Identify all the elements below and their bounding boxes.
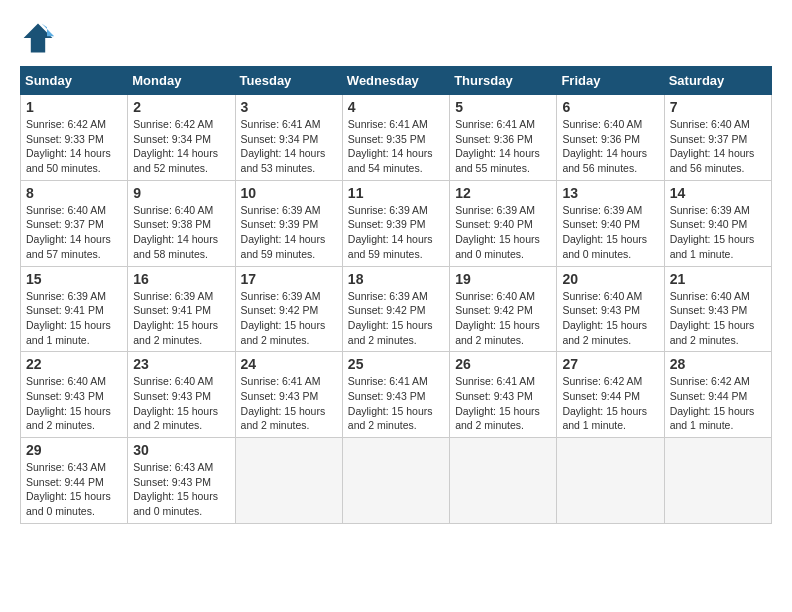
day-info: Sunrise: 6:39 AM Sunset: 9:41 PM Dayligh… xyxy=(133,289,229,348)
calendar-cell: 15Sunrise: 6:39 AM Sunset: 9:41 PM Dayli… xyxy=(21,266,128,352)
day-info: Sunrise: 6:41 AM Sunset: 9:43 PM Dayligh… xyxy=(348,374,444,433)
calendar-week-row: 8Sunrise: 6:40 AM Sunset: 9:37 PM Daylig… xyxy=(21,180,772,266)
logo-icon xyxy=(20,20,56,56)
calendar-cell: 14Sunrise: 6:39 AM Sunset: 9:40 PM Dayli… xyxy=(664,180,771,266)
day-info: Sunrise: 6:40 AM Sunset: 9:36 PM Dayligh… xyxy=(562,117,658,176)
day-number: 2 xyxy=(133,99,229,115)
day-info: Sunrise: 6:40 AM Sunset: 9:43 PM Dayligh… xyxy=(562,289,658,348)
day-number: 6 xyxy=(562,99,658,115)
day-info: Sunrise: 6:40 AM Sunset: 9:43 PM Dayligh… xyxy=(670,289,766,348)
day-info: Sunrise: 6:40 AM Sunset: 9:37 PM Dayligh… xyxy=(670,117,766,176)
calendar-cell: 22Sunrise: 6:40 AM Sunset: 9:43 PM Dayli… xyxy=(21,352,128,438)
day-info: Sunrise: 6:39 AM Sunset: 9:39 PM Dayligh… xyxy=(241,203,337,262)
day-info: Sunrise: 6:42 AM Sunset: 9:44 PM Dayligh… xyxy=(562,374,658,433)
calendar-cell: 28Sunrise: 6:42 AM Sunset: 9:44 PM Dayli… xyxy=(664,352,771,438)
day-number: 5 xyxy=(455,99,551,115)
calendar-cell: 7Sunrise: 6:40 AM Sunset: 9:37 PM Daylig… xyxy=(664,95,771,181)
calendar-cell: 5Sunrise: 6:41 AM Sunset: 9:36 PM Daylig… xyxy=(450,95,557,181)
day-number: 28 xyxy=(670,356,766,372)
day-info: Sunrise: 6:42 AM Sunset: 9:33 PM Dayligh… xyxy=(26,117,122,176)
day-info: Sunrise: 6:40 AM Sunset: 9:37 PM Dayligh… xyxy=(26,203,122,262)
calendar-cell: 9Sunrise: 6:40 AM Sunset: 9:38 PM Daylig… xyxy=(128,180,235,266)
day-number: 26 xyxy=(455,356,551,372)
day-header-friday: Friday xyxy=(557,67,664,95)
calendar-cell: 25Sunrise: 6:41 AM Sunset: 9:43 PM Dayli… xyxy=(342,352,449,438)
calendar-cell: 19Sunrise: 6:40 AM Sunset: 9:42 PM Dayli… xyxy=(450,266,557,352)
calendar-cell: 2Sunrise: 6:42 AM Sunset: 9:34 PM Daylig… xyxy=(128,95,235,181)
day-number: 8 xyxy=(26,185,122,201)
logo xyxy=(20,20,62,56)
day-info: Sunrise: 6:42 AM Sunset: 9:34 PM Dayligh… xyxy=(133,117,229,176)
calendar-cell: 21Sunrise: 6:40 AM Sunset: 9:43 PM Dayli… xyxy=(664,266,771,352)
day-header-saturday: Saturday xyxy=(664,67,771,95)
calendar-header-row: SundayMondayTuesdayWednesdayThursdayFrid… xyxy=(21,67,772,95)
day-info: Sunrise: 6:39 AM Sunset: 9:40 PM Dayligh… xyxy=(562,203,658,262)
calendar-cell: 6Sunrise: 6:40 AM Sunset: 9:36 PM Daylig… xyxy=(557,95,664,181)
calendar-cell xyxy=(664,438,771,524)
day-info: Sunrise: 6:41 AM Sunset: 9:36 PM Dayligh… xyxy=(455,117,551,176)
day-number: 16 xyxy=(133,271,229,287)
svg-marker-0 xyxy=(24,24,53,53)
calendar-cell: 13Sunrise: 6:39 AM Sunset: 9:40 PM Dayli… xyxy=(557,180,664,266)
day-info: Sunrise: 6:41 AM Sunset: 9:35 PM Dayligh… xyxy=(348,117,444,176)
day-number: 27 xyxy=(562,356,658,372)
day-number: 7 xyxy=(670,99,766,115)
calendar-cell: 26Sunrise: 6:41 AM Sunset: 9:43 PM Dayli… xyxy=(450,352,557,438)
day-number: 13 xyxy=(562,185,658,201)
day-number: 3 xyxy=(241,99,337,115)
calendar-cell: 24Sunrise: 6:41 AM Sunset: 9:43 PM Dayli… xyxy=(235,352,342,438)
calendar-cell: 3Sunrise: 6:41 AM Sunset: 9:34 PM Daylig… xyxy=(235,95,342,181)
calendar-cell xyxy=(235,438,342,524)
calendar-table: SundayMondayTuesdayWednesdayThursdayFrid… xyxy=(20,66,772,524)
calendar-week-row: 22Sunrise: 6:40 AM Sunset: 9:43 PM Dayli… xyxy=(21,352,772,438)
day-info: Sunrise: 6:39 AM Sunset: 9:42 PM Dayligh… xyxy=(241,289,337,348)
day-number: 12 xyxy=(455,185,551,201)
calendar-cell: 18Sunrise: 6:39 AM Sunset: 9:42 PM Dayli… xyxy=(342,266,449,352)
day-info: Sunrise: 6:41 AM Sunset: 9:43 PM Dayligh… xyxy=(455,374,551,433)
day-info: Sunrise: 6:42 AM Sunset: 9:44 PM Dayligh… xyxy=(670,374,766,433)
day-number: 25 xyxy=(348,356,444,372)
day-info: Sunrise: 6:39 AM Sunset: 9:40 PM Dayligh… xyxy=(670,203,766,262)
calendar-cell xyxy=(342,438,449,524)
calendar-cell xyxy=(450,438,557,524)
day-number: 29 xyxy=(26,442,122,458)
day-info: Sunrise: 6:41 AM Sunset: 9:34 PM Dayligh… xyxy=(241,117,337,176)
day-number: 30 xyxy=(133,442,229,458)
day-info: Sunrise: 6:41 AM Sunset: 9:43 PM Dayligh… xyxy=(241,374,337,433)
calendar-week-row: 15Sunrise: 6:39 AM Sunset: 9:41 PM Dayli… xyxy=(21,266,772,352)
calendar-cell: 30Sunrise: 6:43 AM Sunset: 9:43 PM Dayli… xyxy=(128,438,235,524)
day-header-sunday: Sunday xyxy=(21,67,128,95)
page-header xyxy=(20,20,772,56)
day-header-monday: Monday xyxy=(128,67,235,95)
calendar-cell: 17Sunrise: 6:39 AM Sunset: 9:42 PM Dayli… xyxy=(235,266,342,352)
calendar-cell: 12Sunrise: 6:39 AM Sunset: 9:40 PM Dayli… xyxy=(450,180,557,266)
day-header-thursday: Thursday xyxy=(450,67,557,95)
calendar-cell: 29Sunrise: 6:43 AM Sunset: 9:44 PM Dayli… xyxy=(21,438,128,524)
calendar-cell: 16Sunrise: 6:39 AM Sunset: 9:41 PM Dayli… xyxy=(128,266,235,352)
day-info: Sunrise: 6:39 AM Sunset: 9:41 PM Dayligh… xyxy=(26,289,122,348)
day-number: 21 xyxy=(670,271,766,287)
day-header-wednesday: Wednesday xyxy=(342,67,449,95)
calendar-cell xyxy=(557,438,664,524)
day-header-tuesday: Tuesday xyxy=(235,67,342,95)
day-number: 20 xyxy=(562,271,658,287)
calendar-cell: 10Sunrise: 6:39 AM Sunset: 9:39 PM Dayli… xyxy=(235,180,342,266)
day-number: 11 xyxy=(348,185,444,201)
day-info: Sunrise: 6:39 AM Sunset: 9:39 PM Dayligh… xyxy=(348,203,444,262)
day-number: 22 xyxy=(26,356,122,372)
calendar-cell: 11Sunrise: 6:39 AM Sunset: 9:39 PM Dayli… xyxy=(342,180,449,266)
day-number: 17 xyxy=(241,271,337,287)
day-number: 14 xyxy=(670,185,766,201)
day-number: 19 xyxy=(455,271,551,287)
day-info: Sunrise: 6:43 AM Sunset: 9:43 PM Dayligh… xyxy=(133,460,229,519)
day-number: 10 xyxy=(241,185,337,201)
day-number: 1 xyxy=(26,99,122,115)
day-number: 4 xyxy=(348,99,444,115)
calendar-cell: 27Sunrise: 6:42 AM Sunset: 9:44 PM Dayli… xyxy=(557,352,664,438)
calendar-week-row: 1Sunrise: 6:42 AM Sunset: 9:33 PM Daylig… xyxy=(21,95,772,181)
calendar-cell: 23Sunrise: 6:40 AM Sunset: 9:43 PM Dayli… xyxy=(128,352,235,438)
calendar-cell: 4Sunrise: 6:41 AM Sunset: 9:35 PM Daylig… xyxy=(342,95,449,181)
day-info: Sunrise: 6:40 AM Sunset: 9:43 PM Dayligh… xyxy=(26,374,122,433)
day-info: Sunrise: 6:43 AM Sunset: 9:44 PM Dayligh… xyxy=(26,460,122,519)
day-info: Sunrise: 6:40 AM Sunset: 9:43 PM Dayligh… xyxy=(133,374,229,433)
